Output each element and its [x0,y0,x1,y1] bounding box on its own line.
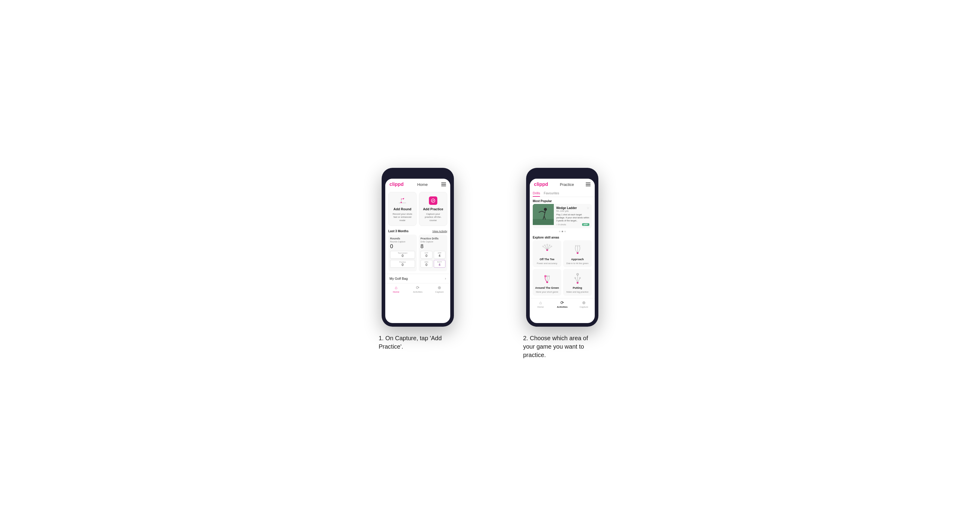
svg-line-34 [575,278,578,283]
activities-icon-1: ⟳ [416,285,420,290]
skill-grid: Off The Tee Power and accuracy [530,240,595,298]
phone-2-screen: clippd Practice Drills Favourites Most P… [530,179,595,323]
stats-grid: Rounds Rounds Capture 0 Tournament 0 Pra… [385,235,450,274]
explore-label: Explore skill areas [530,233,595,240]
svg-line-36 [578,278,580,283]
tab-drills[interactable]: Drills [533,191,540,197]
nav-activities-1[interactable]: ⟳ Activities [407,285,429,293]
home-cards: Add Round Record your shots fast or enha… [385,189,450,228]
skill-card-approach[interactable]: Approach Dial-in to hit the green [563,240,592,267]
rounds-capture-label: Rounds Capture [390,241,415,243]
stats-period-label: Last 3 Months [388,230,409,233]
add-practice-title: Add Practice [423,207,443,211]
ott-desc: Power and accuracy [537,262,557,265]
nav-activities-2[interactable]: ⟳ Activities [551,300,573,308]
capture-icon-2: ⊕ [582,300,586,305]
skill-card-atg[interactable]: Around The Green Hone your short game [533,269,562,296]
dot-1 [559,231,560,232]
nav-capture-label-1: Capture [435,290,444,293]
header-title-2: Practice [560,182,574,187]
nav-home-label-2: Home [537,306,544,308]
phone-notch [406,171,430,178]
drills-label: Practice Drills [420,237,445,240]
drills-value: 8 [420,243,445,250]
featured-footer: ○ 9 shots APP [556,223,589,226]
ott-diagram [541,243,554,257]
approach-title: Approach [571,258,584,261]
ott-title: Off The Tee [540,258,554,261]
featured-title: Wedge Ladder [556,206,577,210]
putting-diagram [571,272,584,285]
skill-card-putting[interactable]: Putting Make and lag practice [563,269,592,296]
svg-line-16 [547,245,550,250]
putting-title: Putting [573,286,582,289]
svg-line-13 [543,246,547,250]
nav-home-2[interactable]: ⌂ Home [530,300,551,308]
phone-2-section: clippd Practice Drills Favourites Most P… [499,168,625,359]
nav-home-1[interactable]: ⌂ Home [385,285,407,293]
golf-bag-label: My Golf Bag [390,277,408,280]
app-header-2: clippd Practice [530,179,595,189]
arg-box: ARG 0 [420,260,433,268]
menu-icon-2[interactable] [586,183,590,186]
skill-card-ott[interactable]: Off The Tee Power and accuracy [533,240,562,267]
add-practice-card[interactable]: Add Practice Capture your practice off-t… [419,192,447,226]
app-box: APP 4 [434,251,446,259]
atg-title: Around The Green [535,286,559,289]
phone-1-screen: clippd Home [385,179,450,323]
caption-1: 1. On Capture, tap 'Add Practice'. [379,334,457,351]
svg-rect-5 [533,219,554,225]
view-activity-link[interactable]: View Activity [432,230,447,233]
phone-1-section: clippd Home [355,168,481,351]
nav-capture-1[interactable]: ⊕ Capture [429,285,450,293]
featured-content: Wedge Ladder ☆ 50–100 yds Play 1 shot at… [554,204,592,228]
caption-2: 2. Choose which area of your game you wa… [523,334,601,359]
ott-app-row: OTT 0 APP 4 [420,251,445,259]
star-icon: ☆ [587,206,589,210]
nav-capture-2[interactable]: ⊕ Capture [573,300,595,308]
logo-1: clippd [390,182,404,187]
svg-line-17 [547,246,551,250]
stats-header: Last 3 Months View Activity [385,228,450,235]
putting-desc: Make and lag practice [566,290,589,293]
bottom-nav-2: ⌂ Home ⟳ Activities ⊕ Capture [530,298,595,310]
putt-box: PUTT 4 [434,260,446,268]
featured-card[interactable]: Wedge Ladder ☆ 50–100 yds Play 1 shot at… [533,204,592,228]
add-round-icon [398,196,407,205]
bottom-nav-1: ⌂ Home ⟳ Activities ⊕ Capture [385,283,450,295]
home-icon-2: ⌂ [539,300,542,305]
menu-icon-1[interactable] [441,183,446,186]
nav-home-label-1: Home [393,290,399,293]
approach-diagram [571,243,584,257]
add-round-card[interactable]: Add Round Record your shots fast or enha… [388,192,417,226]
tab-favourites[interactable]: Favourites [544,191,559,197]
nav-activities-label-2: Activities [557,306,568,308]
most-popular-label: Most Popular [530,197,595,204]
phone-2-frame: clippd Practice Drills Favourites Most P… [526,168,598,327]
svg-line-14 [545,245,547,250]
svg-point-26 [579,245,580,246]
add-practice-desc: Capture your practice off-the-course [422,213,445,222]
rounds-label: Rounds [390,237,415,240]
svg-point-6 [544,208,547,211]
nav-capture-label-2: Capture [580,306,588,308]
logo-2: clippd [534,182,548,187]
clock-icon: ○ [556,223,558,226]
atg-diagram [541,272,554,285]
add-round-desc: Record your shots fast or enhanced mode [391,213,414,222]
add-practice-icon [428,196,438,205]
phone-2-notch [550,171,574,178]
app-header-1: clippd Home [385,179,450,189]
featured-desc: Play 1 shot at each target yardage. If y… [556,213,589,222]
app-badge: APP [582,223,589,226]
featured-subtitle: 50–100 yds [556,210,589,213]
atg-desc: Hone your short game [536,290,558,293]
home-icon-1: ⌂ [395,285,397,290]
rounds-value: 0 [390,243,415,250]
svg-rect-0 [399,202,406,203]
golf-bag-row[interactable]: My Golf Bag › [385,274,450,283]
svg-point-2 [401,202,402,203]
arg-putt-row: ARG 0 PUTT 4 [420,260,445,268]
add-round-title: Add Round [393,207,411,211]
chevron-right-icon: › [445,276,446,281]
